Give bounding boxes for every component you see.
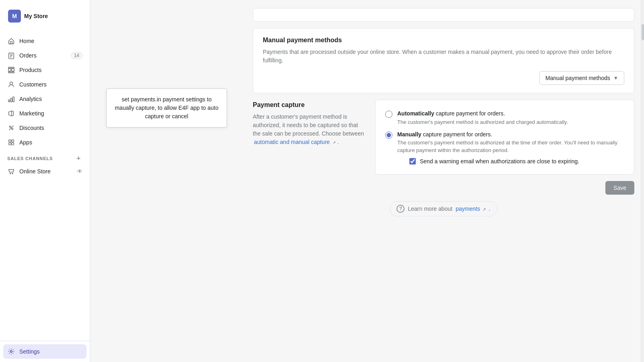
discounts-icon — [7, 124, 15, 132]
svg-rect-13 — [10, 98, 12, 102]
auto-capture-radio[interactable] — [385, 111, 392, 118]
auto-capture-labels: Automatically capture payment for orders… — [397, 110, 568, 126]
online-store-eye-icon: 👁 — [77, 168, 83, 175]
payments-external-icon: ↗ — [483, 207, 486, 212]
manual-capture-option: Manually capture payment for orders. The… — [385, 131, 624, 165]
discounts-label: Discounts — [19, 125, 44, 131]
svg-point-24 — [12, 173, 13, 174]
manual-capture-radio[interactable] — [385, 132, 392, 139]
marketing-label: Marketing — [19, 110, 44, 117]
manual-capture-sublabel: The customer's payment method is authori… — [397, 139, 624, 154]
online-store-label: Online Store — [19, 168, 51, 175]
home-icon — [7, 37, 15, 45]
warning-email-row: Send a warning email when authorizations… — [409, 158, 624, 165]
capture-radio-group: Automatically capture payment for orders… — [385, 110, 624, 165]
learn-more-suffix: . — [489, 206, 491, 212]
manual-payment-button[interactable]: Manual payment methods ▼ — [539, 71, 624, 85]
sales-channels-label: SALES CHANNELS — [7, 156, 53, 161]
svg-point-17 — [12, 128, 13, 130]
store-name: My Store — [24, 13, 48, 19]
analytics-icon — [7, 95, 15, 103]
sidebar-bottom: Settings — [0, 341, 90, 362]
warning-email-label: Send a warning email when authorizations… — [420, 158, 579, 165]
sidebar-item-settings[interactable]: Settings — [3, 344, 87, 359]
svg-rect-9 — [8, 67, 11, 68]
customers-icon — [7, 80, 15, 88]
analytics-label: Analytics — [19, 96, 42, 102]
marketing-icon — [7, 109, 15, 117]
save-row: Save — [253, 181, 634, 195]
tooltip-box: set payments.in payment settings to maua… — [106, 88, 227, 128]
auto-capture-option: Automatically capture payment for orders… — [385, 110, 624, 126]
tooltip-area: set payments.in payment settings to maua… — [90, 0, 243, 362]
sidebar-item-analytics[interactable]: Analytics — [3, 92, 87, 106]
svg-point-16 — [10, 126, 11, 128]
learn-more-prefix: Learn more about — [408, 206, 452, 212]
svg-rect-6 — [12, 68, 14, 71]
capture-desc-suffix: . — [337, 139, 339, 145]
sidebar-item-home[interactable]: Home — [3, 34, 87, 48]
manual-capture-rest: capture payment for orders. — [421, 131, 492, 138]
orders-label: Orders — [19, 52, 37, 59]
warning-email-checkbox[interactable] — [409, 158, 416, 165]
orders-badge: 14 — [71, 52, 83, 59]
auto-capture-label: Automatically capture payment for orders… — [397, 110, 568, 118]
sidebar-item-products[interactable]: Products — [3, 63, 87, 77]
svg-rect-0 — [10, 41, 12, 44]
tooltip-text: set payments.in payment settings to maua… — [115, 96, 219, 119]
manual-payment-button-label: Manual payment methods — [545, 75, 610, 81]
svg-rect-7 — [8, 72, 11, 73]
sidebar-nav: Home Orders 14 Products Customers — [0, 32, 90, 341]
svg-point-23 — [10, 173, 11, 174]
scrollbar-thumb[interactable] — [642, 24, 644, 40]
sidebar-item-marketing[interactable]: Marketing — [3, 106, 87, 121]
apps-icon — [7, 138, 15, 146]
help-circle-icon: ? — [396, 205, 405, 213]
learn-more-container: ? Learn more about payments ↗ . — [253, 201, 634, 224]
manual-capture-labels: Manually capture payment for orders. The… — [397, 131, 624, 165]
sales-channels-section: SALES CHANNELS + — [3, 150, 87, 164]
svg-rect-21 — [9, 143, 11, 145]
online-store-icon — [7, 167, 15, 175]
manual-payment-card: Manual payment methods Payments that are… — [253, 28, 634, 93]
svg-point-25 — [10, 351, 12, 353]
payments-link-text: payments — [456, 206, 480, 212]
payments-link[interactable]: payments ↗ — [456, 206, 486, 212]
svg-rect-10 — [12, 67, 14, 68]
payment-capture-desc: After a customer's payment method is aut… — [253, 113, 365, 146]
sidebar-item-customers[interactable]: Customers — [3, 77, 87, 92]
sidebar: M My Store Home Orders 14 Products — [0, 0, 90, 362]
svg-rect-12 — [8, 100, 10, 102]
auto-capture-rest: capture payment for orders. — [434, 110, 505, 117]
sidebar-item-orders[interactable]: Orders 14 — [3, 48, 87, 63]
external-link-icon: ↗ — [332, 140, 336, 145]
svg-rect-20 — [12, 140, 14, 142]
sidebar-item-discounts[interactable]: Discounts — [3, 121, 87, 135]
svg-rect-5 — [8, 68, 11, 71]
sidebar-item-online-store[interactable]: Online Store 👁 — [3, 164, 87, 179]
payment-capture-section: Payment capture After a customer's payme… — [253, 100, 634, 175]
svg-rect-22 — [12, 143, 14, 145]
orders-icon — [7, 51, 15, 60]
svg-rect-19 — [9, 140, 11, 142]
sidebar-item-apps[interactable]: Apps — [3, 135, 87, 150]
save-button[interactable]: Save — [605, 181, 634, 195]
payment-capture-title: Payment capture — [253, 101, 365, 109]
automatic-manual-capture-link[interactable]: automatic and manual capture — [254, 139, 330, 145]
auto-capture-bold: Automatically — [397, 110, 434, 117]
manual-payment-desc: Payments that are processed outside your… — [263, 48, 624, 65]
payment-capture-desc-text: After a customer's payment method is aut… — [253, 113, 364, 137]
store-selector[interactable]: M My Store — [5, 6, 85, 26]
scrollbar-track — [641, 0, 644, 362]
svg-rect-8 — [12, 72, 14, 73]
right-panel: Manual payment methods Payments that are… — [243, 0, 644, 362]
add-sales-channel-button[interactable]: + — [74, 154, 83, 162]
apps-label: Apps — [19, 139, 32, 146]
learn-more-bar: ? Learn more about payments ↗ . — [390, 201, 497, 216]
svg-rect-14 — [13, 97, 14, 102]
partial-card-top — [253, 8, 634, 22]
chevron-down-icon: ▼ — [613, 75, 618, 81]
manual-capture-bold: Manually — [397, 131, 421, 138]
svg-point-11 — [10, 82, 12, 85]
payment-capture-description: Payment capture After a customer's payme… — [253, 100, 365, 146]
